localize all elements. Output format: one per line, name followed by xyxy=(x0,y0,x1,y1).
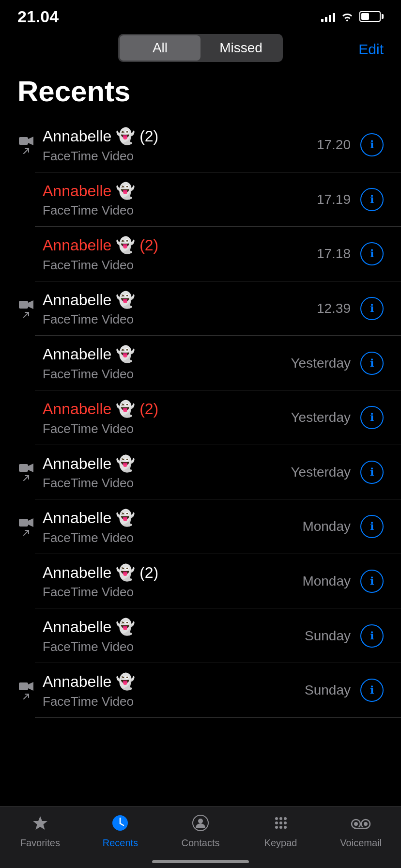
info-button[interactable]: ℹ xyxy=(360,679,384,702)
svg-point-29 xyxy=(354,822,358,826)
list-item: Annabelle 👻FaceTime VideoYesterdayℹ xyxy=(0,336,401,390)
call-type-icon xyxy=(17,681,35,700)
call-name: Annabelle 👻 xyxy=(43,344,291,365)
contacts-icon xyxy=(192,814,209,835)
call-type: FaceTime Video xyxy=(43,421,291,436)
call-type-icon xyxy=(17,136,35,155)
tab-voicemail-label: Voicemail xyxy=(340,837,382,849)
info-button[interactable]: ℹ xyxy=(360,188,384,211)
list-item: Annabelle 👻FaceTime Video17.19ℹ xyxy=(0,172,401,227)
call-type: FaceTime Video xyxy=(43,258,317,273)
call-time: Yesterday xyxy=(291,410,351,425)
tab-missed[interactable]: Missed xyxy=(200,35,281,61)
tab-contacts-label: Contacts xyxy=(182,837,220,849)
info-button[interactable]: ℹ xyxy=(360,352,384,375)
keypad-icon xyxy=(272,814,290,835)
call-info: Annabelle 👻 (2)FaceTime Video xyxy=(43,126,317,164)
call-info: Annabelle 👻 (2)FaceTime Video xyxy=(43,563,302,600)
svg-point-22 xyxy=(275,826,278,829)
svg-marker-1 xyxy=(28,137,33,145)
segment-control-wrapper: All Missed Edit xyxy=(0,29,401,70)
list-item: Annabelle 👻FaceTime VideoMondayℹ xyxy=(0,499,401,554)
svg-point-18 xyxy=(284,817,287,820)
tab-contacts[interactable]: Contacts xyxy=(171,814,230,849)
call-right: 17.20ℹ xyxy=(317,133,384,156)
call-info: Annabelle 👻FaceTime Video xyxy=(43,181,317,218)
info-button[interactable]: ℹ xyxy=(360,406,384,429)
info-button[interactable]: ℹ xyxy=(360,515,384,538)
call-time: Monday xyxy=(302,574,351,589)
call-time: Sunday xyxy=(305,628,351,644)
tab-keypad[interactable]: Keypad xyxy=(252,814,310,849)
voicemail-icon xyxy=(350,814,371,835)
call-time: 17.18 xyxy=(317,246,351,262)
tab-favorites-label: Favorites xyxy=(20,837,60,849)
tab-voicemail[interactable]: Voicemail xyxy=(332,814,390,849)
info-button[interactable]: ℹ xyxy=(360,242,384,265)
call-info: Annabelle 👻FaceTime Video xyxy=(43,508,302,545)
battery-icon xyxy=(359,11,384,22)
svg-marker-7 xyxy=(28,518,33,527)
list-item: Annabelle 👻 (2)FaceTime Video17.20ℹ xyxy=(0,118,401,172)
call-right: Sundayℹ xyxy=(305,624,384,648)
svg-marker-3 xyxy=(28,300,33,309)
list-item: Annabelle 👻FaceTime VideoYesterdayℹ xyxy=(0,445,401,500)
call-right: 17.18ℹ xyxy=(317,242,384,265)
call-right: 12.39ℹ xyxy=(317,297,384,320)
svg-point-15 xyxy=(198,819,203,823)
recents-icon xyxy=(111,814,129,835)
list-item: Annabelle 👻 (2)FaceTime VideoYesterdayℹ xyxy=(0,390,401,445)
call-info: Annabelle 👻FaceTime Video xyxy=(43,344,291,382)
call-info: Annabelle 👻 (2)FaceTime Video xyxy=(43,235,317,273)
call-time: 17.20 xyxy=(317,137,351,153)
call-name: Annabelle 👻 xyxy=(43,454,291,474)
call-name: Annabelle 👻 xyxy=(43,617,305,637)
video-camera-icon xyxy=(18,299,34,310)
tab-recents[interactable]: Recents xyxy=(91,814,149,849)
call-info: Annabelle 👻 (2)FaceTime Video xyxy=(43,399,291,436)
video-camera-icon xyxy=(18,463,34,473)
info-button[interactable]: ℹ xyxy=(360,570,384,593)
list-item: Annabelle 👻FaceTime VideoSundayℹ xyxy=(0,663,401,718)
list-item: Annabelle 👻 (2)FaceTime VideoMondayℹ xyxy=(0,554,401,609)
svg-rect-0 xyxy=(19,137,28,145)
info-button[interactable]: ℹ xyxy=(360,133,384,156)
svg-marker-5 xyxy=(28,464,33,472)
edit-button[interactable]: Edit xyxy=(358,41,384,58)
call-right: Yesterdayℹ xyxy=(291,461,384,484)
call-name: Annabelle 👻 xyxy=(43,181,317,202)
call-name: Annabelle 👻 xyxy=(43,290,317,310)
call-name: Annabelle 👻 xyxy=(43,508,302,528)
call-list: Annabelle 👻 (2)FaceTime Video17.20ℹAnnab… xyxy=(0,118,401,718)
status-bar: 21.04 xyxy=(0,0,401,29)
call-right: 17.19ℹ xyxy=(317,188,384,211)
svg-rect-2 xyxy=(19,301,28,309)
info-button[interactable]: ℹ xyxy=(360,297,384,320)
status-icons xyxy=(321,11,384,22)
info-button[interactable]: ℹ xyxy=(360,624,384,648)
call-type-icon xyxy=(17,463,35,481)
svg-point-23 xyxy=(279,826,282,829)
tab-favorites[interactable]: Favorites xyxy=(11,814,69,849)
tab-keypad-label: Keypad xyxy=(264,837,297,849)
svg-point-17 xyxy=(279,817,282,820)
call-type: FaceTime Video xyxy=(43,585,302,600)
svg-marker-9 xyxy=(28,682,33,691)
call-type: FaceTime Video xyxy=(43,476,291,491)
signal-icon xyxy=(321,11,335,22)
call-time: Monday xyxy=(302,519,351,534)
home-indicator xyxy=(152,860,249,863)
tab-all[interactable]: All xyxy=(120,35,200,61)
call-name: Annabelle 👻 (2) xyxy=(43,563,302,583)
call-right: Yesterdayℹ xyxy=(291,406,384,429)
info-button[interactable]: ℹ xyxy=(360,461,384,484)
call-type-icon xyxy=(17,299,35,318)
video-camera-icon xyxy=(18,517,34,528)
call-name: Annabelle 👻 (2) xyxy=(43,399,291,419)
call-type: FaceTime Video xyxy=(43,639,305,654)
svg-point-21 xyxy=(284,822,287,824)
svg-point-16 xyxy=(275,817,278,820)
call-type: FaceTime Video xyxy=(43,149,317,164)
svg-marker-10 xyxy=(33,816,47,830)
wifi-icon xyxy=(341,12,354,21)
